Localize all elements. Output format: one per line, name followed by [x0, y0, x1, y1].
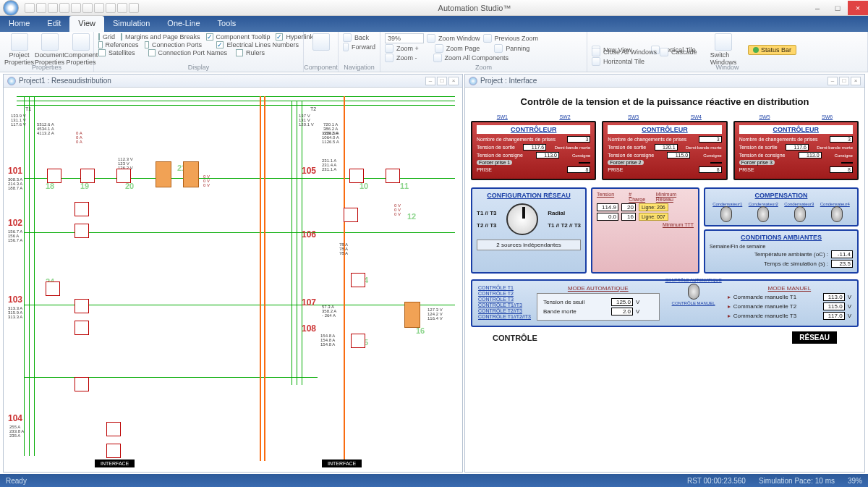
comp-toggle-3[interactable] [794, 206, 806, 222]
interface-link-1[interactable]: INTERFACE [95, 460, 135, 467]
ligne-206-button[interactable]: Ligne: 206 [639, 203, 668, 211]
ligne-007-button[interactable]: Ligne: 007 [639, 213, 668, 221]
hmi-title: Contrôle de la tension et de la puissanc… [471, 96, 859, 107]
pane-close-button[interactable]: × [851, 77, 861, 85]
left-pane-title: Project1 : Reseaudistribution [19, 77, 111, 85]
zoom-page-button[interactable]: Zoom Page [435, 44, 480, 53]
tab-oneline[interactable]: One-Line [158, 16, 208, 32]
tension-sortie-1[interactable]: 117.6 [523, 144, 546, 151]
nb-changes-1[interactable]: 3 [567, 136, 590, 143]
checkbox-component-tooltip[interactable] [206, 33, 213, 41]
component-icon[interactable] [312, 33, 330, 51]
component-properties-button[interactable]: Component Properties [65, 33, 97, 66]
load-symbol[interactable] [386, 169, 400, 183]
load-symbol[interactable] [75, 224, 89, 238]
load-symbol[interactable] [75, 299, 89, 313]
tab-tools[interactable]: Tools [209, 16, 245, 32]
schematic-canvas[interactable]: 101 102 103 104 105 106 107 108 18 19 20… [4, 88, 462, 472]
checkbox-conn-ports[interactable] [145, 41, 149, 48]
checkbox-references[interactable] [98, 41, 103, 48]
forcer-prise-2-button[interactable]: Forcer prise 2 [608, 160, 643, 165]
reseau-button[interactable]: RÉSEAU [792, 331, 837, 344]
checkbox-grid[interactable] [98, 33, 100, 41]
checkbox-hyperlinks[interactable] [276, 33, 283, 41]
maximize-button[interactable]: □ [827, 1, 848, 15]
forcer-prise-3-button[interactable]: Forcer prise 3 [739, 160, 775, 165]
config-knob[interactable] [506, 203, 538, 235]
comp-toggle-2[interactable] [757, 206, 769, 222]
pane-minimize-button[interactable]: – [425, 77, 435, 85]
tab-home[interactable]: Home [0, 16, 38, 32]
pane-minimize-button[interactable]: – [827, 77, 838, 85]
tension-consigne-1[interactable]: 113.0 [536, 152, 559, 158]
load-symbol[interactable] [47, 169, 61, 183]
zoom-value-input[interactable]: 39% [385, 33, 424, 43]
close-button[interactable]: × [848, 1, 868, 15]
pane-maximize-button[interactable]: □ [839, 77, 849, 85]
checkbox-conn-port-names[interactable] [148, 49, 156, 56]
pane-close-button[interactable]: × [448, 77, 459, 85]
interface-link-2[interactable]: INTERFACE [322, 460, 362, 467]
node-103: 103 [8, 295, 22, 305]
cmd-t3-input[interactable]: 117.0 [823, 312, 845, 320]
nav-back-button[interactable]: Back [343, 33, 375, 42]
qat-btn-icon[interactable] [82, 3, 93, 13]
load-symbol[interactable] [116, 169, 131, 183]
checkbox-rulers[interactable] [236, 49, 243, 56]
minimize-button[interactable]: – [807, 1, 827, 15]
load-symbol[interactable] [351, 334, 365, 348]
auto-manual-toggle[interactable] [688, 284, 699, 300]
load-symbol[interactable] [75, 202, 89, 216]
previous-zoom-button[interactable]: Previous Zoom [483, 34, 539, 43]
tension-seuil-input[interactable]: 125.0 [611, 298, 633, 306]
qat-redo-icon[interactable] [48, 3, 58, 13]
zoom-all-button[interactable]: Zoom All Components [433, 54, 509, 62]
transformer-symbol[interactable] [404, 302, 420, 328]
qat-btn-icon[interactable] [94, 3, 104, 13]
comp-toggle-1[interactable] [720, 206, 732, 222]
checkbox-satellites[interactable] [98, 49, 106, 56]
project-properties-button[interactable]: Project Properties [4, 33, 34, 66]
qat-btn-icon[interactable] [71, 3, 81, 13]
load-symbol[interactable] [351, 273, 365, 287]
cmd-t1-input[interactable]: 113.0 [823, 293, 845, 301]
load-symbol[interactable] [75, 321, 89, 335]
document-properties-button[interactable]: Document Properties [35, 33, 64, 66]
load-symbol[interactable] [80, 169, 95, 183]
panning-button[interactable]: Panning [494, 44, 529, 53]
load-symbol[interactable] [46, 281, 60, 296]
node-105: 105 [302, 166, 316, 176]
load-symbol[interactable] [349, 169, 364, 183]
qat-btn-icon[interactable] [129, 3, 139, 13]
checkbox-elec-lines-numbers[interactable] [216, 41, 224, 48]
bande-morte-input[interactable]: 2.0 [611, 308, 633, 316]
zoom-window-button[interactable]: Zoom Window [427, 34, 480, 43]
load-symbol[interactable] [106, 444, 121, 458]
load-symbol[interactable] [344, 208, 358, 222]
cmd-t2-input[interactable]: 115.0 [823, 302, 845, 310]
pane-maximize-button[interactable]: □ [437, 77, 447, 85]
forcer-prise-1-button[interactable]: Forcer prise 1 [477, 160, 512, 165]
qat-btn-icon[interactable] [59, 3, 69, 13]
load-symbol[interactable] [75, 377, 89, 391]
tab-view[interactable]: View [69, 16, 104, 32]
close-all-windows-button[interactable]: Close All Windows [592, 48, 657, 56]
tab-edit[interactable]: Edit [38, 16, 69, 32]
transformer-symbol[interactable] [183, 161, 199, 187]
ribbon-tabs: Home Edit View Simulation One-Line Tools [0, 16, 868, 32]
zoom-minus-button[interactable]: Zoom - [385, 54, 417, 62]
comp-toggle-4[interactable] [831, 206, 843, 222]
nav-forward-button[interactable]: Forward [343, 43, 375, 51]
qat-undo-icon[interactable] [36, 3, 46, 13]
tab-simulation[interactable]: Simulation [104, 16, 158, 32]
qat-btn-icon[interactable] [106, 3, 116, 13]
ambient-panel: CONDITIONS AMBIANTES Semaine/Fin de sema… [704, 229, 859, 274]
load-symbol[interactable] [106, 422, 121, 436]
qat-save-icon[interactable] [25, 3, 35, 13]
zoom-plus-button[interactable]: Zoom + [385, 44, 419, 53]
qat-btn-icon[interactable] [117, 3, 127, 13]
transformer-symbol[interactable] [156, 161, 171, 187]
checkbox-margins[interactable] [121, 33, 122, 41]
cascade-button[interactable]: Cascade [660, 48, 697, 56]
hmi-canvas[interactable]: Contrôle de la tension et de la puissanc… [465, 88, 864, 472]
